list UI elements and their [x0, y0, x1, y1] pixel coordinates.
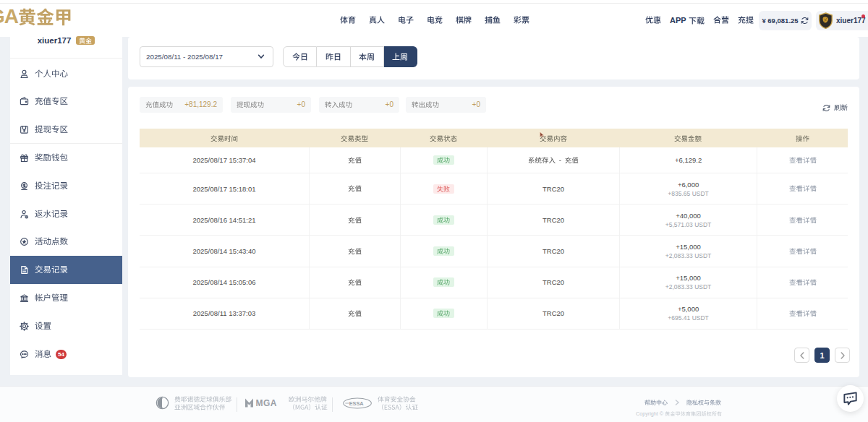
- svg-text:ESSA: ESSA: [349, 400, 365, 407]
- svg-text:MGA: MGA: [256, 398, 278, 408]
